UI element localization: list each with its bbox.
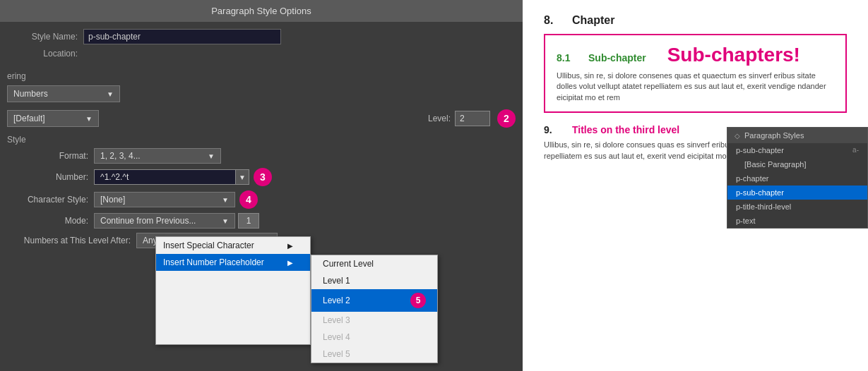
para-styles-item-5[interactable]: p-text xyxy=(727,214,867,228)
number-input[interactable]: ^1.^2.^t xyxy=(94,169,235,185)
dialog-title: Paragraph Style Options xyxy=(0,0,523,22)
mode-dropdown-arrow: ▼ xyxy=(222,217,229,225)
para-styles-title: Paragraph Styles xyxy=(744,131,804,140)
style-name-label: Style Name: xyxy=(14,32,78,42)
context-menu-overlay: Insert Special Character ▶ Insert Number… xyxy=(155,236,438,345)
section-9-number: 9. xyxy=(544,124,572,135)
para-styles-header: ◇ Paragraph Styles xyxy=(727,128,867,143)
ering-label: ering xyxy=(0,70,523,81)
sub-chapter-number: 8.1 xyxy=(557,52,588,63)
numbers-dropdown-arrow: ▼ xyxy=(107,90,114,98)
after-label: Numbers at This Level After: xyxy=(7,236,131,245)
chapter-title: Chapter xyxy=(572,14,614,27)
style-name-row: Style Name: xyxy=(14,29,509,44)
para-styles-item-4[interactable]: p-title-third-level xyxy=(727,200,867,214)
para-styles-item-3[interactable]: p-sub-chapter xyxy=(727,186,867,200)
number-value: ^1.^2.^t xyxy=(100,172,129,182)
submenu-item-level2[interactable]: Level 2 5 xyxy=(311,289,437,312)
style-name-input[interactable] xyxy=(83,29,281,44)
badge-4: 4 xyxy=(239,190,258,209)
sub-chapter-title: Sub-chapter xyxy=(588,52,646,63)
style-section-label: Style xyxy=(0,130,523,146)
para-styles-item-2[interactable]: p-chapter xyxy=(727,171,867,186)
chapter-number: 8. xyxy=(544,14,572,27)
para-styles-item-0[interactable]: p-sub-chapter a- xyxy=(727,143,867,157)
mode-value: Continue from Previous... xyxy=(100,216,196,226)
mode-number: 1 xyxy=(238,213,259,229)
body-text-1: Ullibus, sin re, si dolore consenes quas… xyxy=(557,71,834,103)
para-styles-panel: ◇ Paragraph Styles p-sub-chapter a- [Bas… xyxy=(727,127,868,229)
numbers-dropdown-label: Numbers xyxy=(13,89,48,99)
submenu-item-level5[interactable]: Level 5 xyxy=(311,346,437,363)
mode-label: Mode: xyxy=(7,216,88,226)
format-row: Format: 1, 2, 3, 4... ▼ xyxy=(0,146,523,166)
sub-chapter-row: 8.1 Sub-chapter Sub-chapters! xyxy=(557,44,834,66)
section-9-title: Titles on the third level xyxy=(572,124,679,135)
doc-preview: 8. Chapter 8.1 Sub-chapter Sub-chapters!… xyxy=(523,0,868,371)
submenu-item-current[interactable]: Current Level xyxy=(311,255,437,272)
numbers-row: Numbers ▼ xyxy=(0,85,523,102)
number-dropdown-btn[interactable]: ▼ xyxy=(235,169,249,185)
format-value: 1, 2, 3, 4... xyxy=(100,151,141,161)
dialog-title-text: Paragraph Style Options xyxy=(211,6,311,16)
format-label: Format: xyxy=(7,151,88,161)
submenu-arrow-1: ▶ xyxy=(287,242,293,250)
level-row: [Default] ▼ Level: 2 2 xyxy=(0,109,523,128)
mode-row: Mode: Continue from Previous... ▼ 1 xyxy=(0,211,523,231)
badge-5: 5 xyxy=(410,293,426,308)
submenu-arrow-2: ▶ xyxy=(287,259,293,267)
context-menu-main: Insert Special Character ▶ Insert Number… xyxy=(155,236,311,345)
context-submenu: Current Level Level 1 Level 2 5 Level 3 … xyxy=(311,255,438,363)
sub-chapter-large: Sub-chapters! xyxy=(667,44,800,66)
submenu-item-level3[interactable]: Level 3 xyxy=(311,312,437,329)
chapter-heading: 8. Chapter xyxy=(544,14,847,27)
format-dropdown-arrow: ▼ xyxy=(208,152,215,160)
char-style-dropdown-arrow: ▼ xyxy=(222,196,229,204)
default-dropdown-arrow: ▼ xyxy=(85,115,93,123)
para-styles-chevron-icon: ◇ xyxy=(735,132,740,140)
para-styles-item-1[interactable]: [Basic Paragraph] xyxy=(727,157,867,171)
mode-dropdown[interactable]: Continue from Previous... ▼ xyxy=(94,213,235,229)
form-area: Style Name: Location: xyxy=(0,22,523,70)
right-panel: 8. Chapter 8.1 Sub-chapter Sub-chapters!… xyxy=(523,0,868,371)
char-style-value: [None] xyxy=(100,195,125,205)
level-value: 2 xyxy=(460,114,465,123)
pink-box: 8.1 Sub-chapter Sub-chapters! Ullibus, s… xyxy=(544,34,847,113)
number-row: Number: ^1.^2.^t ▼ 3 xyxy=(0,166,523,188)
char-style-row: Character Style: [None] ▼ 4 xyxy=(0,188,523,211)
default-dropdown-label: [Default] xyxy=(13,114,45,123)
location-label: Location: xyxy=(14,49,78,59)
char-style-dropdown[interactable]: [None] ▼ xyxy=(94,192,235,207)
submenu-item-level1[interactable]: Level 1 xyxy=(311,272,437,289)
format-dropdown[interactable]: 1, 2, 3, 4... ▼ xyxy=(94,148,221,164)
numbers-dropdown[interactable]: Numbers ▼ xyxy=(7,85,120,102)
dialog-panel: Paragraph Style Options Style Name: Loca… xyxy=(0,0,523,371)
location-row: Location: xyxy=(14,49,509,59)
submenu-item-level4[interactable]: Level 4 xyxy=(311,329,437,346)
level-input[interactable]: 2 xyxy=(455,111,490,126)
badge-2: 2 xyxy=(497,109,516,128)
context-menu-item-1[interactable]: Insert Special Character ▶ xyxy=(156,237,310,254)
number-label: Number: xyxy=(7,172,88,182)
char-style-label: Character Style: xyxy=(7,195,88,205)
context-menu-item-2[interactable]: Insert Number Placeholder ▶ xyxy=(156,254,310,271)
level-label: Level: xyxy=(428,114,451,123)
badge-3: 3 xyxy=(254,168,272,186)
default-dropdown[interactable]: [Default] ▼ xyxy=(7,110,99,127)
